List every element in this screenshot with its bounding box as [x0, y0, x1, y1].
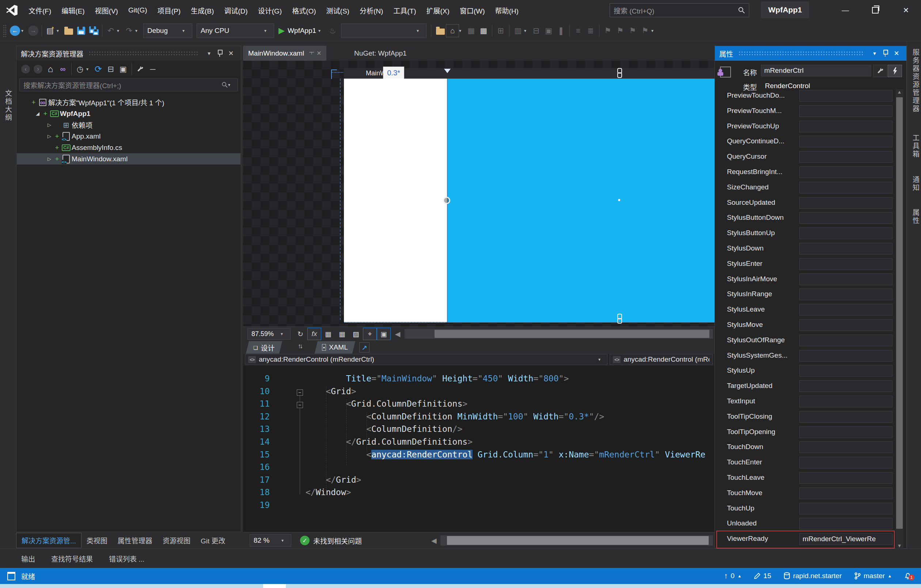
- collapsed-arrow-icon[interactable]: ▷: [45, 122, 54, 128]
- snapping-toggle-icon[interactable]: ▨: [349, 327, 363, 340]
- xaml-designer-dropdown[interactable]: ▾: [459, 28, 465, 33]
- solution-explorer-header[interactable]: 解决方案资源管理器 ▾ ✕: [16, 46, 241, 61]
- hot-reload-icon[interactable]: ♨: [326, 24, 339, 37]
- align-left-icon[interactable]: ⊟: [530, 24, 542, 37]
- window-position-dropdown-icon[interactable]: ▾: [203, 50, 215, 57]
- se-filter-dropdown[interactable]: ▾: [86, 67, 92, 72]
- restore-button[interactable]: [864, 0, 887, 21]
- event-handler-input[interactable]: [799, 105, 892, 117]
- tree-item[interactable]: +C#AssemblyInfo.cs: [17, 142, 241, 153]
- menu-item[interactable]: 项目(P): [152, 5, 186, 15]
- scroll-left-icon[interactable]: ◀: [391, 327, 405, 340]
- health-check-icon[interactable]: ✓: [300, 536, 309, 545]
- se-switch-views-icon[interactable]: ∞: [57, 63, 69, 75]
- menu-item[interactable]: 视图(V): [90, 5, 123, 15]
- import-grid-icon[interactable]: ▦: [465, 24, 477, 37]
- menu-item[interactable]: 帮助(H): [490, 5, 523, 15]
- scrollbar-down-icon[interactable]: ▼: [895, 543, 903, 549]
- popout-pane-icon[interactable]: ↗: [359, 342, 369, 352]
- swap-panes-icon[interactable]: ↑↓: [298, 342, 301, 350]
- new-item-icon[interactable]: ⊞: [495, 24, 507, 37]
- se-collapse-all-icon[interactable]: ⊟: [104, 63, 117, 75]
- xaml-designer-icon[interactable]: ⌂: [446, 24, 459, 37]
- copy-layout-icon[interactable]: ▣: [542, 24, 555, 37]
- se-refresh-icon[interactable]: ⟳: [92, 63, 104, 75]
- branch-button[interactable]: master ▲: [854, 572, 892, 580]
- event-handler-input[interactable]: [799, 90, 892, 102]
- collapsed-arrow-icon[interactable]: ▷: [45, 156, 54, 161]
- menu-item[interactable]: 设计(G): [253, 5, 287, 15]
- designer-zoom-combo[interactable]: 87.59%▾: [247, 328, 291, 340]
- bottom-anchor-icon[interactable]: [617, 314, 622, 324]
- event-handler-input[interactable]: [799, 228, 892, 239]
- menu-item[interactable]: 工具(T): [388, 5, 421, 15]
- outgoing-commits-button[interactable]: ↑ 0 ▲: [724, 572, 742, 580]
- top-anchor-icon[interactable]: [617, 68, 622, 78]
- tree-item[interactable]: ▷⊞依赖项: [17, 119, 241, 130]
- tab-xaml[interactable]: ▪XAML: [315, 341, 355, 353]
- menu-item[interactable]: Git(G): [123, 6, 152, 14]
- document-tab[interactable]: MainWindow.xaml⊦✕: [243, 46, 326, 61]
- tab-document-outline[interactable]: 文档大纲: [3, 90, 13, 122]
- layout-grid-dropdown[interactable]: ▾: [524, 28, 530, 33]
- designer-hscrollbar-thumb[interactable]: [434, 330, 709, 338]
- se-home-icon[interactable]: ⌂: [44, 63, 57, 75]
- tool-window-tab[interactable]: 解决方案资源管...: [16, 533, 81, 548]
- save-all-icon[interactable]: [87, 24, 100, 37]
- next-bookmark-icon[interactable]: ⚑: [626, 24, 639, 37]
- event-handler-input[interactable]: [799, 365, 892, 377]
- undo-dropdown[interactable]: ▾: [117, 28, 123, 33]
- editor-hscrollbar[interactable]: [440, 535, 713, 546]
- clear-bookmarks-icon[interactable]: ⚑: [639, 24, 651, 37]
- event-handler-input[interactable]: [799, 487, 892, 499]
- effects-toggle-icon[interactable]: fx: [308, 327, 321, 340]
- toolbar-grip[interactable]: [3, 24, 7, 37]
- tool-window-tab[interactable]: 资源视图: [158, 533, 195, 548]
- autohide-tab[interactable]: 查找符号结果: [51, 554, 93, 564]
- breadcrumb-left[interactable]: <> anycad:RenderControl (mRenderCtrl) ▾: [245, 354, 607, 365]
- event-handler-input[interactable]: [799, 503, 892, 515]
- event-handler-input[interactable]: [799, 136, 892, 147]
- editor-hscrollbar-thumb[interactable]: [447, 536, 709, 545]
- column-width-badge[interactable]: 0.3*: [383, 67, 404, 79]
- event-handler-input[interactable]: [799, 304, 892, 316]
- render-control-preview[interactable]: [447, 79, 714, 323]
- collapsed-arrow-icon[interactable]: ▷: [45, 134, 54, 139]
- menu-item[interactable]: 窗口(W): [455, 5, 490, 15]
- empty-combo[interactable]: ▾: [341, 23, 426, 38]
- se-pending-changes-filter-icon[interactable]: ◷: [74, 63, 86, 75]
- minimize-button[interactable]: —: [834, 0, 857, 21]
- navigate-back-button[interactable]: ←: [9, 24, 21, 37]
- event-handler-input[interactable]: [799, 258, 892, 270]
- notifications-bell-button[interactable]: 1: [904, 572, 911, 580]
- snap-to-snaplines-icon[interactable]: ⌖: [363, 327, 377, 340]
- indent-icon[interactable]: ≡: [572, 24, 584, 37]
- pin-icon[interactable]: [215, 50, 226, 57]
- event-handler-input[interactable]: [799, 243, 892, 254]
- navigate-forward-button[interactable]: →: [27, 24, 39, 37]
- tab-pin-icon[interactable]: ⊦: [308, 52, 316, 55]
- autohide-tab[interactable]: 输出: [21, 554, 35, 564]
- tab-design[interactable]: ❏设计: [246, 341, 282, 353]
- open-folder-icon[interactable]: [62, 24, 75, 37]
- tool-window-tab[interactable]: 类视图: [81, 533, 112, 548]
- editor-zoom-combo[interactable]: 82 %▾: [250, 534, 291, 547]
- event-handler-input[interactable]: [799, 427, 892, 438]
- tool-window-tab[interactable]: 属性管理器: [112, 533, 158, 548]
- new-file-dropdown[interactable]: ▾: [57, 28, 62, 33]
- event-handler-input[interactable]: [799, 457, 892, 468]
- properties-scrollbar-thumb[interactable]: [896, 97, 903, 529]
- bookmark-icon[interactable]: ⚑: [602, 24, 614, 37]
- xaml-designer-surface[interactable]: MainWind 0.3*: [243, 61, 714, 327]
- solution-explorer-search-input[interactable]: 搜索解决方案资源管理器(Ctrl+;) ▾: [20, 78, 238, 91]
- expanded-arrow-icon[interactable]: ◢: [34, 111, 42, 116]
- menu-item[interactable]: 分析(N): [355, 5, 388, 15]
- event-handler-input[interactable]: [799, 121, 892, 132]
- redo-dropdown[interactable]: ▾: [135, 28, 141, 33]
- event-handler-input[interactable]: [799, 212, 892, 224]
- right-dock-tab[interactable]: 服务器资源管理器: [910, 49, 920, 113]
- event-handler-input[interactable]: [799, 396, 892, 407]
- refresh-designer-icon[interactable]: ↻: [293, 327, 308, 340]
- export-grid-icon[interactable]: ▦: [477, 24, 490, 37]
- rotate-handle[interactable]: [443, 197, 450, 204]
